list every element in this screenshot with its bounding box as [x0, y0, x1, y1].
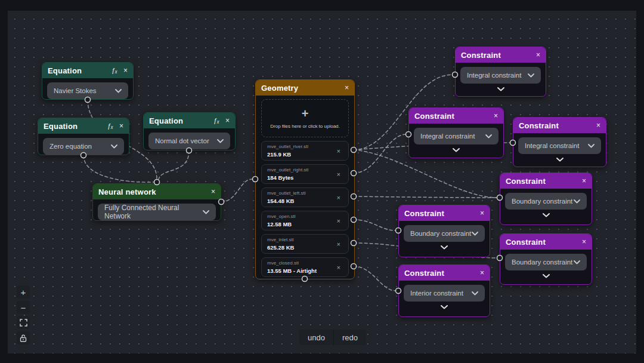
equation-node-1[interactable]: Equation ƒₓ × Navier Stokes	[42, 62, 134, 100]
close-icon[interactable]: ×	[480, 269, 484, 276]
neural-network-select[interactable]: Fully Connected Neural Network	[98, 204, 216, 220]
constraint-node-4[interactable]: Constraint × Boundary constraint	[500, 173, 592, 225]
equation-3-output-port[interactable]	[187, 148, 192, 153]
expand-node-chevron[interactable]	[500, 270, 592, 281]
zoom-out-button[interactable]: −	[17, 301, 30, 314]
constraint-select-2[interactable]: Integral constraint	[414, 128, 499, 144]
file-item: mve_inlet.stl 625.28 KB ×	[261, 234, 349, 254]
chevron-down-icon	[441, 305, 448, 309]
expand-node-chevron[interactable]	[399, 302, 490, 312]
file-name: mve_closed.stl	[267, 260, 343, 266]
expand-node-chevron[interactable]	[500, 210, 592, 220]
function-icon[interactable]: ƒₓ	[213, 118, 219, 124]
constraint-1-input-port[interactable]	[453, 72, 458, 78]
file-open-output-port[interactable]	[351, 217, 357, 223]
close-icon[interactable]: ×	[119, 122, 123, 130]
chevron-down-icon	[556, 158, 564, 162]
chevron-down-icon	[574, 260, 580, 264]
constraint-node-7[interactable]: Constraint × Interior constraint	[398, 264, 490, 317]
file-item: mve_closed.stl 13.55 MB - Airtight ×	[261, 257, 349, 277]
chevron-down-icon	[115, 89, 122, 93]
redo-button[interactable]: redo	[333, 330, 366, 345]
select-value: Fully Connected Neural Network	[104, 204, 203, 220]
constraint-node-3[interactable]: Constraint × Integral constraint	[513, 117, 606, 167]
remove-file-icon[interactable]: ×	[337, 147, 340, 155]
constraint-7-input-port[interactable]	[396, 288, 401, 294]
constraint-select-6[interactable]: Boundary constraint	[505, 254, 587, 270]
geometry-input-port[interactable]	[253, 177, 258, 182]
remove-file-icon[interactable]: ×	[337, 217, 340, 224]
neural-network-node[interactable]: Neural network × Fully Connected Neural …	[92, 183, 221, 221]
close-icon[interactable]: ×	[225, 117, 230, 124]
remove-file-icon[interactable]: ×	[337, 194, 340, 201]
file-name: mve_outlet_left.stl	[267, 190, 343, 196]
close-icon[interactable]: ×	[123, 67, 128, 74]
equation-node-2[interactable]: Equation ƒₓ × Zero equation	[38, 118, 129, 155]
constraint-node-5[interactable]: Constraint × Boundary constraint	[398, 205, 490, 257]
node-title: Constraint	[461, 51, 530, 60]
close-icon[interactable]: ×	[582, 177, 586, 184]
lock-button[interactable]	[17, 331, 30, 344]
constraint-select-5[interactable]: Boundary constraint	[404, 225, 485, 242]
constraint-node-1[interactable]: Constraint × Integral constraint	[455, 47, 546, 97]
geometry-node[interactable]: Geometry × + Drop files here or click to…	[255, 79, 355, 279]
file-inlet-output-port[interactable]	[351, 241, 357, 246]
node-title: Geometry	[261, 84, 339, 93]
close-icon[interactable]: ×	[480, 210, 484, 217]
minus-icon: −	[21, 303, 26, 313]
zoom-in-button[interactable]: +	[17, 285, 30, 299]
constraint-header: Constraint ×	[399, 265, 490, 281]
constraint-4-input-port[interactable]	[497, 195, 503, 201]
node-title: Neural network	[98, 187, 205, 196]
constraint-select-4[interactable]: Boundary constraint	[505, 193, 587, 210]
neural-network-input-port[interactable]	[154, 180, 160, 185]
constraint-5-input-port[interactable]	[396, 228, 401, 233]
equation-node-3[interactable]: Equation ƒₓ × Normal dot vector	[143, 112, 236, 150]
constraint-node-6[interactable]: Constraint × Boundary constraint	[500, 233, 592, 285]
geometry-bottom-port[interactable]	[302, 276, 308, 282]
close-icon[interactable]: ×	[494, 112, 498, 119]
equation-2-output-port[interactable]	[81, 153, 86, 158]
constraint-select-3[interactable]: Integral constraint	[518, 137, 601, 154]
close-icon[interactable]: ×	[536, 51, 540, 59]
function-icon[interactable]: ƒₓ	[112, 67, 117, 74]
constraint-6-input-port[interactable]	[497, 256, 503, 261]
close-icon[interactable]: ×	[596, 122, 600, 129]
close-icon[interactable]: ×	[582, 238, 586, 245]
constraint-node-2[interactable]: Constraint × Integral constraint	[408, 107, 504, 158]
function-icon[interactable]: ƒₓ	[107, 123, 113, 130]
chevron-down-icon	[528, 73, 534, 78]
constraint-select-7[interactable]: Interior constraint	[404, 285, 485, 302]
select-value: Boundary constraint	[410, 230, 471, 237]
file-dropzone[interactable]: + Drop files here or click to upload.	[261, 99, 349, 137]
remove-file-icon[interactable]: ×	[337, 241, 340, 248]
constraint-3-input-port[interactable]	[510, 140, 516, 146]
remove-file-icon[interactable]: ×	[337, 264, 340, 271]
constraint-select-1[interactable]: Integral constraint	[460, 67, 541, 84]
constraint-2-input-port[interactable]	[406, 132, 411, 137]
upload-plus-icon: +	[302, 107, 309, 119]
constraint-header: Constraint ×	[456, 47, 546, 63]
file-closed-output-port[interactable]	[351, 264, 357, 269]
node-title: Constraint	[506, 177, 576, 186]
file-left-output-port[interactable]	[351, 194, 357, 199]
expand-node-chevron[interactable]	[409, 144, 503, 155]
expand-node-chevron[interactable]	[513, 154, 606, 164]
file-river-output-port[interactable]	[351, 147, 357, 153]
expand-node-chevron[interactable]	[399, 242, 490, 252]
remove-file-icon[interactable]: ×	[337, 171, 340, 178]
file-size: 12.58 MB	[267, 221, 343, 227]
file-right-output-port[interactable]	[351, 171, 357, 176]
undo-button[interactable]: undo	[299, 330, 333, 345]
file-item: mve_outlet_right.stl 184 Bytes ×	[261, 164, 349, 184]
expand-node-chevron[interactable]	[456, 84, 546, 94]
chevron-down-icon	[543, 213, 550, 217]
fit-view-button[interactable]	[17, 316, 30, 329]
close-icon[interactable]: ×	[345, 84, 349, 91]
equation-select-3[interactable]: Normal dot vector	[148, 133, 230, 149]
equation-1-output-port[interactable]	[85, 97, 91, 103]
chevron-down-icon	[111, 144, 117, 149]
close-icon[interactable]: ×	[211, 188, 215, 195]
chevron-down-icon	[217, 139, 224, 143]
neural-network-output-port[interactable]	[219, 199, 224, 205]
